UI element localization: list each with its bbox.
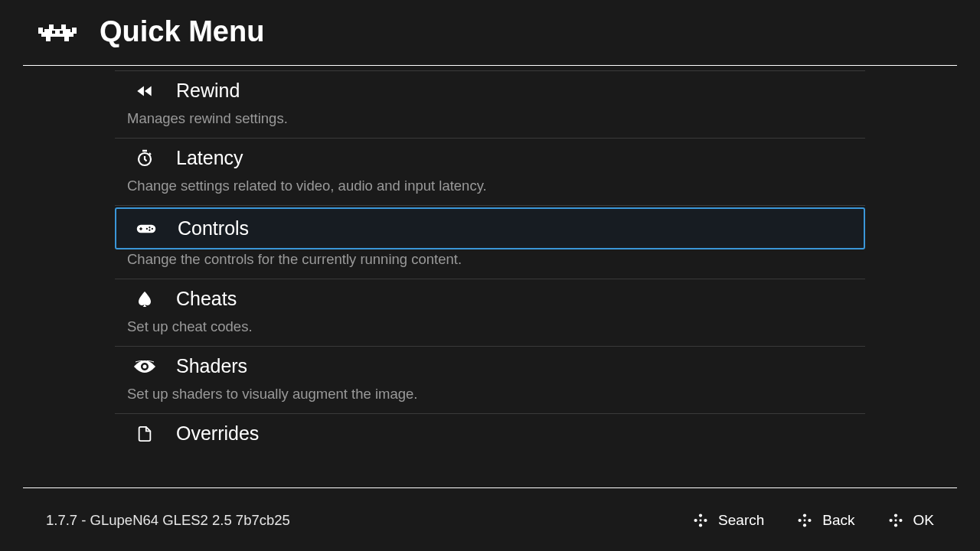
menu-item-row[interactable]: Overrides xyxy=(115,414,865,453)
invader-icon xyxy=(38,21,77,43)
menu-list: Adjust Bezels and Onscreen controlsRewin… xyxy=(115,66,865,488)
svg-rect-13 xyxy=(139,228,142,230)
svg-rect-1 xyxy=(41,32,74,37)
menu-item[interactable]: LatencyChange settings related to video,… xyxy=(115,138,865,205)
footer-action-back[interactable]: Back xyxy=(796,512,854,529)
svg-rect-4 xyxy=(49,24,54,31)
menu-item-label: Shaders xyxy=(176,355,247,377)
svg-rect-6 xyxy=(46,37,51,41)
svg-point-15 xyxy=(152,227,153,229)
menu-item-label: Overrides xyxy=(176,422,259,445)
footer-action-ok[interactable]: OK xyxy=(887,512,934,529)
menu-item-row[interactable]: Latency xyxy=(115,139,865,178)
footer-action-label: Search xyxy=(718,512,764,529)
eye-icon xyxy=(134,356,155,377)
svg-point-18 xyxy=(143,364,147,368)
svg-rect-9 xyxy=(60,31,63,34)
svg-point-19 xyxy=(699,514,702,517)
footer-action-label: OK xyxy=(913,512,934,529)
menu-item[interactable]: ControlsChange the controls for the curr… xyxy=(115,205,865,279)
svg-point-27 xyxy=(803,523,806,527)
svg-rect-7 xyxy=(64,37,69,41)
footer-action-label: Back xyxy=(822,512,854,529)
footer: 1.7.7 - GLupeN64 GLES2 2.5 7b7cb25 Searc… xyxy=(0,490,980,551)
svg-point-25 xyxy=(799,519,802,522)
menu-item-row[interactable]: Controls xyxy=(115,207,865,249)
clock-icon xyxy=(134,148,155,169)
rewind-icon xyxy=(134,80,155,102)
menu-item-desc: Set up shaders to visually augment the i… xyxy=(115,386,865,413)
page-title: Quick Menu xyxy=(100,15,264,48)
menu-item[interactable]: CheatsSet up cheat codes. xyxy=(115,279,865,346)
svg-rect-2 xyxy=(38,28,43,34)
menu-item-label: Controls xyxy=(178,217,249,240)
gamepad-icon xyxy=(136,218,157,240)
svg-point-20 xyxy=(694,519,697,522)
svg-rect-8 xyxy=(52,31,55,34)
svg-point-32 xyxy=(893,523,897,527)
svg-point-22 xyxy=(699,523,702,527)
menu-item[interactable]: RewindManages rewind settings. xyxy=(115,70,865,138)
svg-point-24 xyxy=(803,514,806,517)
menu-item-desc: Set up cheat codes. xyxy=(115,318,865,346)
menu-item-row[interactable]: Cheats xyxy=(115,279,865,318)
spade-icon xyxy=(134,289,155,310)
dpad-icon xyxy=(796,512,813,529)
svg-point-16 xyxy=(149,229,150,230)
dpad-icon xyxy=(887,512,904,529)
svg-point-26 xyxy=(808,519,812,522)
svg-point-33 xyxy=(894,520,897,522)
menu-item-desc: Manages rewind settings. xyxy=(115,110,865,138)
menu-item-row[interactable]: Shaders xyxy=(115,347,865,386)
svg-point-21 xyxy=(704,519,707,522)
menu-item-label: Latency xyxy=(176,147,243,169)
svg-rect-5 xyxy=(61,24,66,31)
status-text: 1.7.7 - GLupeN64 GLES2 2.5 7b7cb25 xyxy=(46,512,290,529)
svg-point-28 xyxy=(804,520,806,522)
footer-action-search[interactable]: Search xyxy=(692,512,764,529)
svg-point-14 xyxy=(149,227,150,228)
menu-item-label: Rewind xyxy=(176,80,240,102)
svg-rect-3 xyxy=(72,28,77,34)
menu-item-row[interactable]: Rewind xyxy=(115,71,865,110)
svg-point-23 xyxy=(700,520,702,522)
footer-divider xyxy=(23,487,957,488)
header: Quick Menu xyxy=(0,0,980,62)
svg-point-30 xyxy=(889,519,892,522)
file-icon xyxy=(134,423,155,445)
svg-point-29 xyxy=(893,514,897,517)
menu-item-desc: Change the controls for the currently ru… xyxy=(115,251,865,279)
menu-item[interactable]: ShadersSet up shaders to visually augmen… xyxy=(115,346,865,413)
svg-point-31 xyxy=(899,519,902,522)
svg-point-17 xyxy=(146,227,148,229)
menu-item-desc: Change settings related to video, audio … xyxy=(115,178,865,205)
menu-item-label: Cheats xyxy=(176,288,237,310)
footer-actions: SearchBackOK xyxy=(692,512,934,529)
menu-item[interactable]: Overrides xyxy=(115,413,865,453)
dpad-icon xyxy=(692,512,709,529)
